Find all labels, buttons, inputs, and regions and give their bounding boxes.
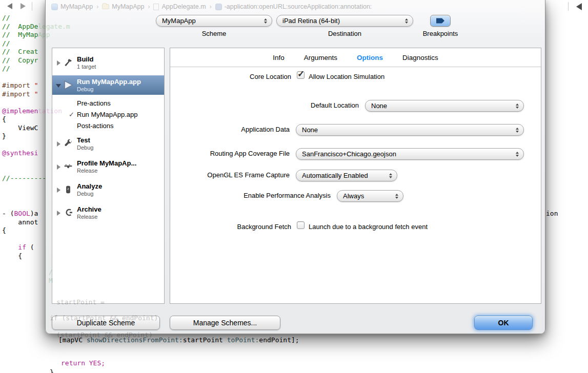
analyze-icon [63,184,74,195]
code-line: #import " [2,81,38,90]
archive-icon [63,207,74,218]
disclosure-triangle-icon[interactable] [57,188,60,193]
scheme-actions-sidebar: Build1 target Run MyMapApp.appDebug Pre-… [52,48,165,304]
related-items-icon[interactable] [576,3,582,10]
updown-arrows-icon [516,128,519,133]
sidebar-item-title: Archive [77,205,102,213]
manage-schemes-button[interactable]: Manage Schemes... [170,316,280,330]
code-line: ViewC [2,123,38,132]
tab-bar: Info Arguments Options Diagnostics [170,48,541,67]
opengl-capture-label: OpenGL ES Frame Capture [207,171,290,179]
destination-value: iPad Retina (64-bit) [282,17,340,25]
sidebar-item-title: Run MyMapApp.app [77,78,141,86]
jump-bar: MyMapApp › MyMapApp › AppDelegate.m › -a… [0,0,588,13]
breadcrumb-item-file[interactable]: AppDelegate.m [153,3,206,10]
routing-file-select[interactable]: SanFrancisco+Chicago.geojson [296,148,524,160]
app-icon [51,4,58,10]
background-fetch-checkbox[interactable]: ✓ [297,221,305,229]
performance-analysis-select[interactable]: Always [337,190,403,202]
code-line: { [2,252,22,260]
allow-location-checkbox[interactable]: ✓ [297,71,305,79]
disclosure-triangle-icon[interactable] [57,60,60,66]
updown-arrows-icon [405,18,408,24]
sidebar-item-title: Profile MyMapAp... [77,159,136,167]
sidebar-item-subtitle: Debug [77,86,141,92]
breadcrumb-label: MyMapApp [60,3,93,10]
code-line: // Copyr [2,56,38,65]
sidebar-item-pre-actions[interactable]: Pre-actions [77,99,111,107]
sidebar-item-analyze[interactable]: AnalyzeDebug [52,180,164,200]
duplicate-scheme-button[interactable]: Duplicate Scheme [52,316,160,330]
sidebar-item-run-child[interactable]: Run MyMapApp.app [77,111,138,118]
allow-location-label: Allow Location Simulation [309,73,384,80]
breakpoints-toggle-button[interactable] [430,15,451,27]
breadcrumb: MyMapApp › MyMapApp › AppDelegate.m › -a… [51,2,372,11]
scheme-options-panel: Info Arguments Options Diagnostics Core … [170,48,541,304]
sidebar-item-test[interactable]: TestDebug [52,134,164,154]
destination-label: Destination [276,30,413,37]
code-line: { [2,226,6,235]
scheme-editor-sheet: MyMapApp iPad Retina (64-bit) Scheme Des… [45,0,545,334]
application-data-select[interactable]: None [296,124,524,136]
background-fetch-label: Background Fetch [237,223,291,231]
sidebar-item-subtitle: Debug [77,191,102,197]
default-location-select[interactable]: None [365,100,524,112]
code-line: [mapVC showDirectionsFromPoint:startPoin… [58,336,299,344]
code-line: } [50,368,54,373]
disclosure-triangle-icon[interactable] [56,84,61,88]
sidebar-item-run[interactable]: Run MyMapApp.appDebug [52,75,164,95]
code-line: return YES; [61,359,105,367]
code-line: if ( [2,243,34,252]
breadcrumb-label: AppDelegate.m [161,3,206,10]
checkmark-icon: ✓ [297,69,305,79]
breadcrumb-separator-icon: › [96,3,98,10]
breakpoints-label: Breakpoints [417,30,463,37]
sidebar-item-post-actions[interactable]: Post-actions [77,122,114,130]
default-location-label: Default Location [311,101,359,109]
file-icon [153,4,159,10]
breadcrumb-separator-icon: › [210,3,212,10]
disclosure-triangle-icon[interactable] [57,164,60,170]
performance-analysis-value: Always [343,192,364,200]
background-fetch-option-label: Launch due to a background fetch event [309,223,428,231]
opengl-capture-select[interactable]: Automatically Enabled [296,170,397,181]
application-data-value: None [302,126,318,134]
tab-options[interactable]: Options [357,54,383,61]
scheme-label: Scheme [156,30,272,37]
forward-arrow-icon[interactable] [21,3,26,9]
routing-file-label: Routing App Coverage File [210,150,290,157]
breadcrumb-label: -application:openURL:sourceApplication:a… [225,3,372,10]
sidebar-item-title: Test [77,136,93,144]
updown-arrows-icon [395,194,398,199]
method-icon [215,4,222,10]
sidebar-item-archive[interactable]: ArchiveRelease [52,203,164,223]
sidebar-item-build[interactable]: Build1 target [52,53,164,73]
tab-arguments[interactable]: Arguments [304,54,337,61]
scheme-select[interactable]: MyMapApp [156,15,272,27]
breakpoint-arrow-icon [435,17,445,24]
code-line: { [2,115,6,123]
jumpbar-separator [32,2,32,11]
breadcrumb-item-group[interactable]: MyMapApp [102,3,144,10]
tab-diagnostics[interactable]: Diagnostics [402,54,438,61]
code-line: @synthesi [2,149,38,157]
disclosure-triangle-icon[interactable] [57,141,60,147]
disclosure-triangle-icon[interactable] [57,211,60,216]
breadcrumb-item-method[interactable]: -application:openURL:sourceApplication:a… [215,3,372,10]
destination-select[interactable]: iPad Retina (64-bit) [276,15,413,27]
tab-info[interactable]: Info [273,54,285,61]
caliper-icon [63,161,74,172]
breadcrumb-item-project[interactable]: MyMapApp [51,3,93,10]
play-icon [63,79,74,91]
folder-icon [102,4,109,9]
ok-button[interactable]: OK [474,316,533,330]
code-line: #import " [2,90,38,98]
updown-arrows-icon [264,18,267,24]
code-line: @implemen [2,107,38,115]
scheme-value: MyMapApp [162,17,196,25]
back-arrow-icon[interactable] [7,3,12,9]
checkmark-icon: ✓ [69,111,74,118]
sidebar-item-title: Build [77,55,96,63]
sidebar-item-profile[interactable]: Profile MyMapAp...Release [52,157,164,177]
application-data-label: Application Data [241,126,290,133]
